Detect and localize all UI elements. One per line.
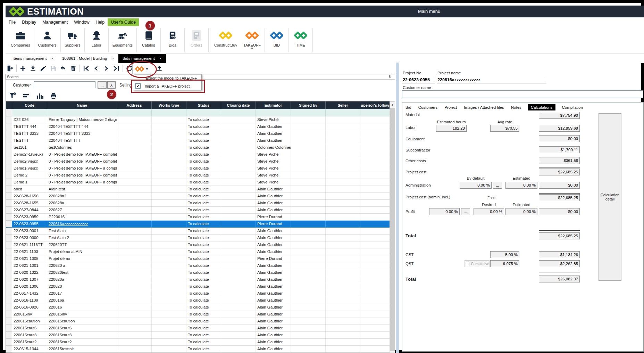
admin-estimated-pct-field[interactable]: 0.00 %	[505, 182, 537, 189]
material-amount-field[interactable]: $7,754.90	[539, 112, 580, 119]
profit-amount-field[interactable]: $0.00	[539, 208, 580, 215]
detail-tab-compilation[interactable]: Compilation	[561, 104, 584, 110]
toolbar-button-constructbuy[interactable]: ConstructBuy	[211, 27, 240, 54]
toolbar-button-equipments[interactable]: Equipments	[109, 27, 136, 54]
nav-next-button[interactable]	[102, 65, 110, 72]
table-row[interactable]: 22-0620-1306220620To calculateAlain Gaut…	[6, 283, 390, 290]
qst-amount-field[interactable]: $2,262.85	[539, 260, 580, 267]
print-button[interactable]	[49, 92, 58, 100]
column-header-sel[interactable]	[6, 101, 12, 109]
table-row[interactable]: 22-0617-1432220617To calculateAlain Gaut…	[6, 290, 390, 297]
table-row[interactable]: 22-0620-1307220620aTo calculateAlain Gau…	[6, 276, 390, 283]
table-row[interactable]: TESTTT 3333220404 TESTTTT 3333To calcula…	[6, 130, 390, 137]
subcontractor-amount-field[interactable]: $1,709.11	[539, 146, 580, 153]
toolbar-button-companies[interactable]: Companies	[8, 27, 33, 54]
table-row[interactable]: 22-0621-1116TT220620TTTo calculateAlain …	[6, 241, 390, 248]
scrollbar-thumb[interactable]	[390, 108, 395, 351]
filter-cell-estimator[interactable]	[256, 109, 291, 116]
tab-bids-management[interactable]: Bids management×	[118, 54, 166, 63]
gst-pct-field[interactable]: 5.00 %	[490, 251, 519, 258]
table-row[interactable]: TESTTT220404 TESTTTTTo calculateAlain Ga…	[6, 137, 390, 144]
chart-bars-button[interactable]	[36, 92, 44, 100]
customer-browse-button[interactable]: ...	[98, 81, 107, 89]
scroll-up-arrow-icon[interactable]: ▲	[390, 101, 395, 108]
admin-default-pct-field[interactable]: 0.00 %	[460, 182, 492, 189]
edit-pencil-button[interactable]	[39, 65, 47, 72]
column-header-estimator[interactable]: Estimator	[256, 101, 291, 109]
pin-icon[interactable]	[387, 74, 392, 79]
filter-cell-signed_by[interactable]	[291, 109, 326, 116]
table-row[interactable]: Demo 10 - Projet démo (de TAKEOFF à comp…	[6, 179, 390, 186]
table-row[interactable]: 220615caution220615cautionTo calculateAl…	[6, 318, 390, 325]
menu-item-help[interactable]: Help	[93, 18, 108, 26]
profit-estimated-pct-field[interactable]: 0.00 %	[505, 208, 537, 215]
table-row[interactable]: 22-0623-0955220616azzzzzzzzzzzzTo calcul…	[6, 221, 390, 228]
column-header-status[interactable]: Status	[186, 101, 221, 109]
table-row[interactable]: 220615caut2220615caut2To calculateAlain …	[6, 339, 390, 346]
table-row[interactable]: 22-0623-0001Test AlainTo calculateAlain …	[6, 228, 390, 235]
gst-amount-field[interactable]: $1,134.26	[539, 251, 580, 258]
toolbar-button-customers[interactable]: Customers	[35, 27, 60, 54]
table-row[interactable]: TESTTT 444220404 TESTTTT 444To calculate…	[6, 123, 390, 130]
tab-close-icon[interactable]: ×	[160, 56, 162, 60]
column-header-works_type[interactable]: Works type	[152, 101, 186, 109]
toolbar-button-labor[interactable]: Labor	[85, 27, 108, 54]
tab-close-icon[interactable]: ×	[112, 56, 114, 60]
grand-total-amount-field[interactable]: $26,082.37	[539, 276, 580, 282]
admin-amount-field[interactable]: $0.00	[539, 182, 580, 189]
toolbar-button-orders[interactable]: $Orders	[185, 27, 208, 54]
refresh-button[interactable]	[125, 65, 133, 72]
save-button[interactable]	[49, 65, 57, 72]
tab-108861-model-building[interactable]: 108861 : Model | Building×	[58, 54, 118, 63]
customer-name-input[interactable]	[402, 90, 643, 98]
detail-tab-images-attached-files[interactable]: Images / Attached files	[463, 104, 505, 110]
table-row[interactable]: 22-0621-1103Projet démo aLAINTo calculat…	[6, 248, 390, 255]
filter-cell-seller[interactable]	[326, 109, 360, 116]
table-row[interactable]: 220615caut6220615caut6To calculateAlain …	[6, 325, 390, 332]
filter-cell-works_type[interactable]	[152, 109, 186, 116]
qst-pct-field[interactable]: 9.975 %	[490, 260, 519, 267]
table-row[interactable]: Demo 20 - Projet démo (de TAKEOFF complé…	[6, 172, 390, 179]
profit-browse-button[interactable]: ...	[461, 208, 470, 215]
detail-tab-bid[interactable]: Bid	[405, 104, 412, 110]
undo-button[interactable]	[59, 65, 67, 72]
labor-avg-rate-field[interactable]: $70.55	[490, 125, 519, 132]
customer-search-input[interactable]	[34, 81, 95, 88]
exit-door-button[interactable]	[6, 65, 14, 72]
nav-prev-button[interactable]	[92, 65, 100, 72]
total-amount-field[interactable]: $22,685.25	[539, 232, 580, 239]
takeoff-split-button[interactable]	[132, 64, 151, 74]
table-row[interactable]: 22-0623-0000Test Alain 2To calculateAlai…	[6, 235, 390, 241]
table-row[interactable]: 22-0627-0844220627To calculateAlain Gaut…	[6, 207, 390, 214]
detail-tab-customers[interactable]: Customers	[418, 104, 438, 110]
detail-tab-notes[interactable]: Notes	[510, 104, 522, 110]
customer-clear-button[interactable]: X	[107, 81, 116, 89]
filter-cell-address[interactable]	[117, 109, 152, 116]
equipment-amount-field[interactable]: $0.00	[539, 135, 580, 142]
menu-item-import-a-takeoff-project[interactable]: ✔Import a TAKEOFF project	[133, 82, 201, 90]
column-header-closing_date[interactable]: Closing date	[221, 101, 256, 109]
toolbar-button-takeoff[interactable]: TAKEOFF	[240, 27, 264, 54]
tab-close-icon[interactable]: ×	[51, 56, 53, 60]
menu-item-export-the-model-to-takeoff[interactable]: Export the model to TAKEOFF	[134, 74, 201, 82]
export-up-button[interactable]	[156, 65, 163, 72]
filter-cell-code[interactable]	[12, 109, 47, 116]
labor-amount-field[interactable]: $12,859.68	[539, 125, 580, 132]
import-model-button[interactable]	[29, 65, 37, 72]
table-row[interactable]: 22-0616-1109220616aTo calculateAlain Gau…	[6, 297, 390, 304]
table-row[interactable]: 22-0620-1322220620testTo calculateAlain …	[6, 269, 390, 276]
column-header-name[interactable]: Name	[47, 101, 117, 109]
toolbar-button-time[interactable]: TIME	[290, 27, 312, 54]
labor-hours-field[interactable]: 182.28	[436, 125, 467, 132]
cumulative-checkbox[interactable]	[466, 262, 469, 266]
nav-last-button[interactable]	[112, 65, 120, 72]
table-row[interactable]: 22-0623-0959P220616To calculatePierre Du…	[6, 214, 390, 221]
detail-tab-project[interactable]: Project	[444, 104, 458, 110]
table-row[interactable]: Demo1(vieux)0 - Projet démo (de TAKEOFF …	[6, 165, 390, 172]
menu-item-user-s-guide[interactable]: User's Guide	[108, 18, 139, 26]
table-row[interactable]: 220615inv220615invTo calculateAlain Gaut…	[6, 311, 390, 318]
table-row[interactable]: test101testColonnesTo calculateColonnes …	[6, 144, 390, 151]
project-cost-admin-amount-field[interactable]: $22,685.25	[539, 194, 580, 201]
column-header-signed_by[interactable]: Signed by	[291, 101, 326, 109]
filter-cell-status[interactable]	[186, 109, 221, 116]
